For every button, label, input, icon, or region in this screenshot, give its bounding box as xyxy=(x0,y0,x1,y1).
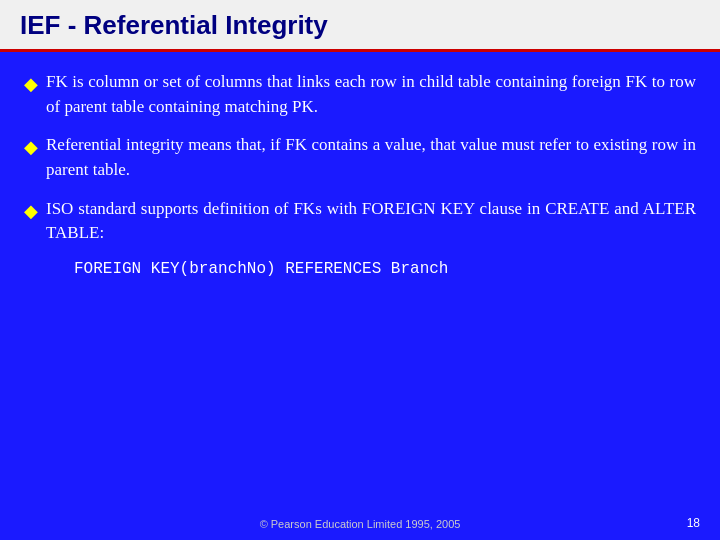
bullet-item-1: ◆ FK is column or set of columns that li… xyxy=(24,70,696,119)
footer-copyright: © Pearson Education Limited 1995, 2005 xyxy=(0,518,720,530)
bullet-text-1: FK is column or set of columns that link… xyxy=(46,70,696,119)
bullet-diamond-2: ◆ xyxy=(24,134,38,160)
slide: IEF - Referential Integrity ◆ FK is colu… xyxy=(0,0,720,540)
bullet-diamond-1: ◆ xyxy=(24,71,38,97)
content-area: ◆ FK is column or set of columns that li… xyxy=(0,52,720,288)
page-number: 18 xyxy=(687,516,700,530)
slide-title: IEF - Referential Integrity xyxy=(20,10,328,40)
title-bar: IEF - Referential Integrity xyxy=(0,0,720,52)
code-example: FOREIGN KEY(branchNo) REFERENCES Branch xyxy=(74,260,696,278)
bullet-text-3: ISO standard supports definition of FKs … xyxy=(46,197,696,246)
bullet-text-2: Referential integrity means that, if FK … xyxy=(46,133,696,182)
bullet-item-2: ◆ Referential integrity means that, if F… xyxy=(24,133,696,182)
bullet-item-3: ◆ ISO standard supports definition of FK… xyxy=(24,197,696,246)
bullet-diamond-3: ◆ xyxy=(24,198,38,224)
